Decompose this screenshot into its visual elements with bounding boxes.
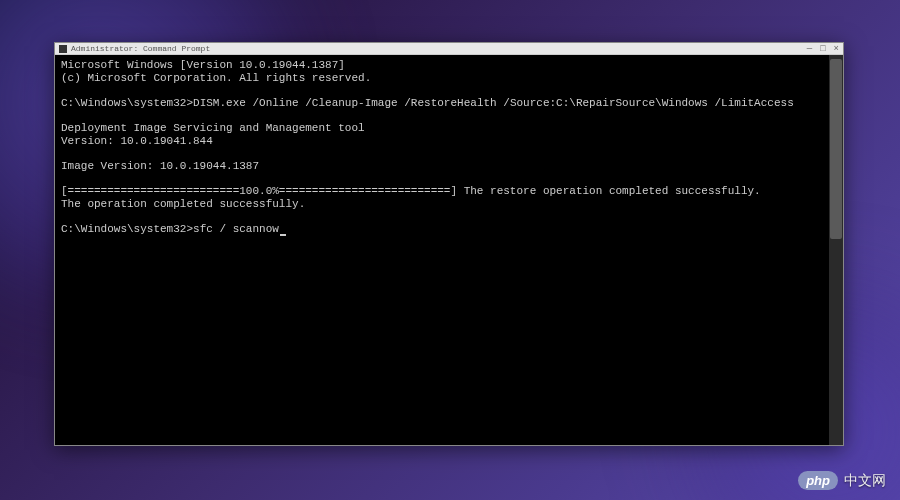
prompt-path: C:\Windows\system32> <box>61 97 193 109</box>
image-version-line: Image Version: 10.0.19044.1387 <box>61 160 837 173</box>
copyright-line: (c) Microsoft Corporation. All rights re… <box>61 72 837 85</box>
sfc-command-line: C:\Windows\system32>sfc / scannow <box>61 223 837 236</box>
app-icon <box>59 45 67 53</box>
tool-name-line: Deployment Image Servicing and Managemen… <box>61 122 837 135</box>
prompt-path: C:\Windows\system32> <box>61 223 193 235</box>
completion-line: The operation completed successfully. <box>61 198 837 211</box>
minimize-button[interactable]: — <box>807 44 812 54</box>
progress-line: [==========================100.0%=======… <box>61 185 837 198</box>
window-title: Administrator: Command Prompt <box>71 44 210 53</box>
os-header-line: Microsoft Windows [Version 10.0.19044.13… <box>61 59 837 72</box>
command-prompt-window: Administrator: Command Prompt — □ × Micr… <box>54 42 844 446</box>
watermark: php 中文网 <box>798 471 886 490</box>
tool-version-line: Version: 10.0.19041.844 <box>61 135 837 148</box>
terminal-body[interactable]: Microsoft Windows [Version 10.0.19044.13… <box>55 55 843 445</box>
sfc-command: sfc / scannow <box>193 223 279 235</box>
close-button[interactable]: × <box>834 44 839 54</box>
dism-command-line: C:\Windows\system32>DISM.exe /Online /Cl… <box>61 97 837 110</box>
php-badge: php <box>798 471 838 490</box>
watermark-text: 中文网 <box>844 472 886 490</box>
scrollbar-track[interactable] <box>829 55 843 445</box>
maximize-button[interactable]: □ <box>820 44 825 54</box>
cursor-icon <box>280 234 286 236</box>
dism-command: DISM.exe /Online /Cleanup-Image /Restore… <box>193 97 794 109</box>
titlebar[interactable]: Administrator: Command Prompt — □ × <box>55 43 843 55</box>
scrollbar-thumb[interactable] <box>830 59 842 239</box>
